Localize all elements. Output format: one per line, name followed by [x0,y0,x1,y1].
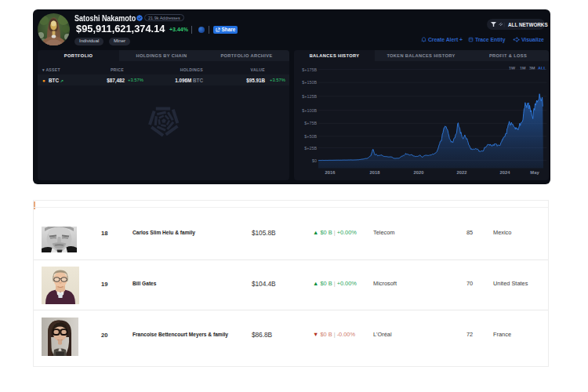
svg-text:2022: 2022 [457,170,467,175]
svg-text:$0: $0 [312,158,317,163]
svg-text:$+175B: $+175B [302,67,317,72]
svg-text:$+100B: $+100B [302,108,317,113]
svg-text:$+50B: $+50B [304,134,317,139]
svg-text:2020: 2020 [414,170,424,175]
svg-text:2018: 2018 [370,170,381,175]
svg-text:$+150B: $+150B [302,80,317,85]
svg-text:$+125B: $+125B [302,94,317,99]
svg-text:2016: 2016 [325,170,336,175]
svg-text:2024: 2024 [500,170,511,175]
svg-text:$+75B: $+75B [304,121,317,125]
svg-text:$+25B: $+25B [304,146,317,151]
svg-text:May: May [530,170,539,175]
